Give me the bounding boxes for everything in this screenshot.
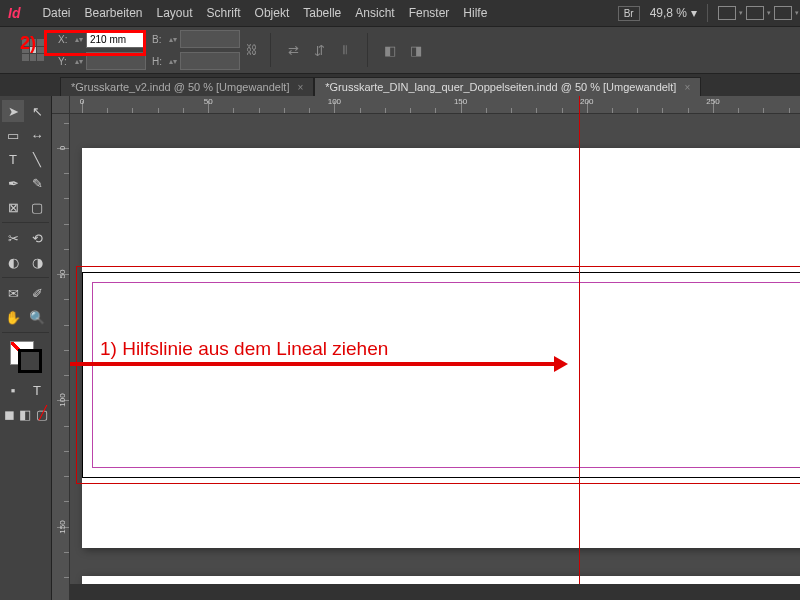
- vertical-ruler[interactable]: 050100150200250: [52, 114, 70, 600]
- line-tool[interactable]: ╲: [26, 148, 48, 170]
- type-tool[interactable]: T: [2, 148, 24, 170]
- bridge-badge[interactable]: Br: [618, 6, 640, 21]
- screen-mode-icon[interactable]: [746, 6, 764, 20]
- menu-fenster[interactable]: Fenster: [409, 6, 450, 20]
- menu-datei[interactable]: Datei: [42, 6, 70, 20]
- scissors-tool[interactable]: ✂: [2, 227, 24, 249]
- work-area: ➤ ↖ ▭ ↔ T ╲ ✒ ✎ ⊠ ▢ ✂ ⟲ ◐ ◑ ✉: [0, 96, 800, 600]
- horizontal-ruler[interactable]: 050100150200250300350400: [70, 96, 800, 114]
- menu-bar: Id Datei Bearbeiten Layout Schrift Objek…: [0, 0, 800, 26]
- stroke-swatch[interactable]: [18, 349, 42, 373]
- zoom-tool[interactable]: 🔍: [26, 306, 48, 328]
- ruler-origin[interactable]: [52, 96, 70, 114]
- apply-color-icon[interactable]: ▪: [2, 379, 24, 401]
- tab-doc-2[interactable]: *Grusskarte_DIN_lang_quer_Doppelseiten.i…: [314, 77, 701, 96]
- gradient-feather-tool[interactable]: ◑: [26, 251, 48, 273]
- tab-label: *Grusskarte_DIN_lang_quer_Doppelseiten.i…: [325, 81, 676, 93]
- free-transform-tool[interactable]: ⟲: [26, 227, 48, 249]
- stepper-icon[interactable]: ▴▾: [169, 35, 177, 44]
- canvas[interactable]: 050100150200250300350400 050100150200250…: [52, 96, 800, 600]
- menu-layout[interactable]: Layout: [157, 6, 193, 20]
- select-container-icon[interactable]: ◧: [380, 41, 400, 59]
- apply-text-icon[interactable]: T: [26, 379, 48, 401]
- control-bar: 2) X: ▴▾ Y: ▴▾ B: ▴▾ H: ▴▾ ⛓ ⇄ ⇵ ⫴ ◧ ◨: [0, 26, 800, 74]
- width-input[interactable]: [180, 30, 240, 48]
- stepper-icon[interactable]: ▴▾: [75, 35, 83, 44]
- arrange-icon[interactable]: [774, 6, 792, 20]
- height-input[interactable]: [180, 52, 240, 70]
- close-icon[interactable]: ×: [684, 82, 690, 93]
- annotation-step-1-text: 1) Hilfslinie aus dem Lineal ziehen: [100, 338, 388, 360]
- menu-hilfe[interactable]: Hilfe: [463, 6, 487, 20]
- view-options-icon[interactable]: [718, 6, 736, 20]
- tab-doc-1[interactable]: *Grusskarte_v2.indd @ 50 % [Umgewandelt]…: [60, 77, 314, 96]
- b-label: B:: [152, 34, 166, 45]
- hand-tool[interactable]: ✋: [2, 306, 24, 328]
- rectangle-tool[interactable]: ▢: [26, 196, 48, 218]
- rectangle-frame-tool[interactable]: ⊠: [2, 196, 24, 218]
- app-logo: Id: [8, 5, 20, 21]
- menu-objekt[interactable]: Objekt: [255, 6, 290, 20]
- canvas-bottom-bar: [70, 584, 800, 600]
- gradient-swatch-tool[interactable]: ◐: [2, 251, 24, 273]
- direct-selection-tool[interactable]: ↖: [26, 100, 48, 122]
- flip-v-icon[interactable]: ⇵: [309, 41, 329, 59]
- apply-gradient-icon[interactable]: ◧: [18, 403, 32, 425]
- h-label: H:: [152, 56, 166, 67]
- annotation-arrow: [70, 362, 564, 366]
- eyedropper-tool[interactable]: ✐: [26, 282, 48, 304]
- toolbox: ➤ ↖ ▭ ↔ T ╲ ✒ ✎ ⊠ ▢ ✂ ⟲ ◐ ◑ ✉: [0, 96, 52, 600]
- menu-bearbeiten[interactable]: Bearbeiten: [84, 6, 142, 20]
- link-wh-icon[interactable]: ⛓: [246, 43, 258, 57]
- x-label: X:: [58, 34, 72, 45]
- selection-tool[interactable]: ➤: [2, 100, 24, 122]
- close-icon[interactable]: ×: [297, 82, 303, 93]
- flip-h-icon[interactable]: ⇄: [283, 41, 303, 59]
- menu-tabelle[interactable]: Tabelle: [303, 6, 341, 20]
- pen-tool[interactable]: ✒: [2, 172, 24, 194]
- document-tabs: *Grusskarte_v2.indd @ 50 % [Umgewandelt]…: [0, 74, 800, 96]
- tab-label: *Grusskarte_v2.indd @ 50 % [Umgewandelt]: [71, 81, 289, 93]
- vertical-guide[interactable]: [579, 96, 580, 600]
- apply-none-icon[interactable]: ▢╱: [35, 403, 49, 425]
- zoom-level[interactable]: 49,8 % ▾: [650, 6, 697, 20]
- gap-tool[interactable]: ↔: [26, 124, 48, 146]
- annotation-step-2: 2): [20, 33, 36, 54]
- menu-ansicht[interactable]: Ansicht: [355, 6, 394, 20]
- page-tool[interactable]: ▭: [2, 124, 24, 146]
- stepper-icon[interactable]: ▴▾: [169, 57, 177, 66]
- y-input[interactable]: [86, 52, 146, 70]
- pencil-tool[interactable]: ✎: [26, 172, 48, 194]
- menu-schrift[interactable]: Schrift: [207, 6, 241, 20]
- apply-fill-icon[interactable]: ◼: [2, 403, 16, 425]
- fill-stroke-swatch[interactable]: [10, 341, 42, 373]
- x-input[interactable]: [86, 30, 146, 48]
- distribute-icon[interactable]: ⫴: [335, 41, 355, 59]
- select-content-icon[interactable]: ◨: [406, 41, 426, 59]
- note-tool[interactable]: ✉: [2, 282, 24, 304]
- stepper-icon[interactable]: ▴▾: [75, 57, 83, 66]
- y-label: Y:: [58, 56, 72, 67]
